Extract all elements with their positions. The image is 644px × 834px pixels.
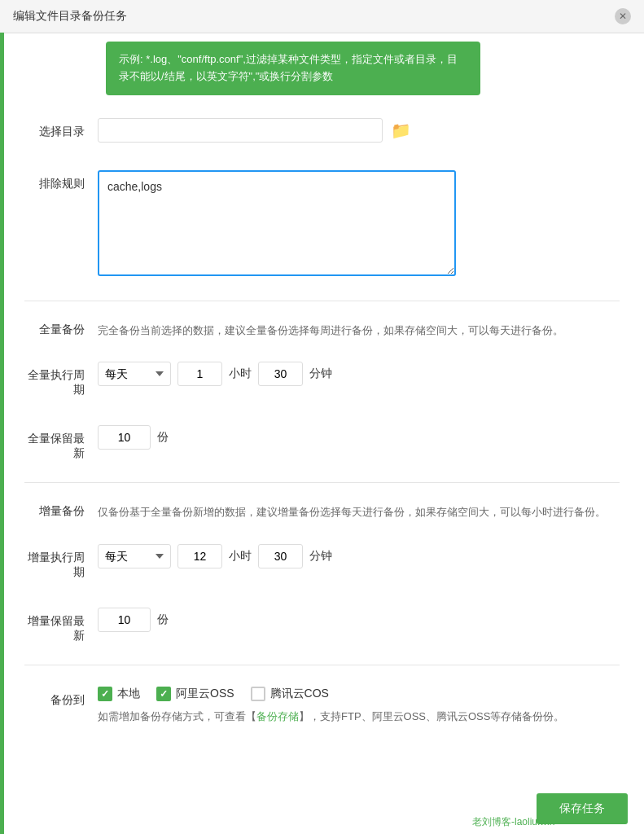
backup-dest-content: 本地 阿里云OSS 腾讯云COS 如需增加备份存储方式，可查看【备份存储】，支持… — [98, 687, 620, 726]
incremental-period-label: 增量执行周期 — [24, 544, 98, 580]
full-keep-unit: 份 — [157, 430, 169, 445]
incremental-hour-input[interactable] — [177, 544, 222, 568]
incremental-period-row: 增量执行周期 每天 每周 每月 小时 分钟 — [24, 538, 620, 586]
full-hour-input[interactable] — [177, 362, 222, 386]
incremental-backup-section: 增量备份 仅备份基于全量备份新增的数据，建议增量备份选择每天进行备份，如果存储空… — [24, 498, 620, 528]
select-dir-row: 选择目录 📁 — [24, 112, 620, 149]
backup-dest-options: 本地 阿里云OSS 腾讯云COS — [98, 687, 620, 701]
incremental-minute-unit: 分钟 — [309, 549, 332, 564]
backup-aliyun-checkbox[interactable] — [156, 687, 171, 701]
incremental-keep-label: 增量保留最新 — [24, 608, 98, 643]
incremental-keep-input[interactable] — [98, 608, 151, 632]
incremental-backup-label: 增量备份 — [24, 504, 98, 519]
window-title: 编辑文件目录备份任务 — [13, 9, 127, 24]
select-dir-label: 选择目录 — [24, 118, 98, 139]
folder-icon[interactable]: 📁 — [391, 121, 411, 140]
full-backup-label: 全量备份 — [24, 323, 98, 337]
backup-storage-link[interactable]: 备份存储 — [256, 710, 299, 722]
backup-tencent-checkbox[interactable] — [251, 687, 265, 701]
select-dir-content: 📁 — [98, 118, 620, 143]
incremental-minute-input[interactable] — [258, 544, 303, 568]
save-button[interactable]: 保存任务 — [537, 793, 628, 824]
full-hour-unit: 小时 — [229, 367, 252, 381]
incremental-keep-controls: 份 — [98, 608, 620, 632]
incremental-period-content: 每天 每周 每月 小时 分钟 — [98, 544, 620, 568]
full-period-controls: 每天 每周 每月 小时 分钟 — [98, 362, 620, 386]
backup-local-label: 本地 — [117, 687, 140, 701]
backup-local-item[interactable]: 本地 — [98, 687, 140, 701]
backup-local-checkbox[interactable] — [98, 687, 112, 701]
incremental-hour-unit: 小时 — [229, 549, 252, 564]
full-keep-label: 全量保留最新 — [24, 425, 98, 461]
incremental-period-select[interactable]: 每天 每周 每月 — [98, 544, 171, 568]
incremental-period-controls: 每天 每周 每月 小时 分钟 — [98, 544, 620, 568]
full-backup-desc: 完全备份当前选择的数据，建议全量备份选择每周进行备份，如果存储空间大，可以每天进… — [98, 323, 620, 340]
tooltip-box: 示例: *.log、"conf/ftp.conf",过滤掉某种文件类型，指定文件… — [106, 42, 480, 95]
backup-hint: 如需增加备份存储方式，可查看【备份存储】，支持FTP、阿里云OSS、腾讯云OSS… — [98, 708, 620, 726]
form-content: 示例: *.log、"conf/ftp.conf",过滤掉某种文件类型，指定文件… — [0, 42, 644, 771]
incremental-keep-content: 份 — [98, 608, 620, 632]
full-minute-unit: 分钟 — [309, 367, 332, 381]
backup-aliyun-label: 阿里云OSS — [176, 687, 234, 701]
full-keep-content: 份 — [98, 425, 620, 450]
divider-1 — [24, 301, 620, 301]
full-backup-section: 全量备份 完全备份当前选择的数据，建议全量备份选择每周进行备份，如果存储空间大，… — [24, 316, 620, 346]
backup-tencent-label: 腾讯云COS — [270, 687, 329, 701]
full-period-row: 全量执行周期 每天 每周 每月 小时 分钟 — [24, 355, 620, 404]
sidebar-accent — [0, 33, 4, 834]
incremental-keep-row: 增量保留最新 份 — [24, 601, 620, 650]
dir-input[interactable] — [98, 118, 383, 143]
full-period-label: 全量执行周期 — [24, 362, 98, 397]
incremental-backup-desc: 仅备份基于全量备份新增的数据，建议增量备份选择每天进行备份，如果存储空间大，可以… — [98, 504, 620, 521]
title-bar: 编辑文件目录备份任务 ✕ — [0, 0, 644, 33]
backup-dest-label: 备份到 — [24, 687, 98, 708]
full-keep-input[interactable] — [98, 425, 151, 450]
full-period-select[interactable]: 每天 每周 每月 — [98, 362, 171, 386]
exclude-rules-content: cache,logs — [98, 170, 620, 279]
main-window: 编辑文件目录备份任务 ✕ 示例: *.log、"conf/ftp.conf",过… — [0, 0, 644, 834]
full-period-content: 每天 每周 每月 小时 分钟 — [98, 362, 620, 386]
bottom-bar: 保存任务 — [0, 784, 644, 834]
full-minute-input[interactable] — [258, 362, 303, 386]
exclude-rules-label: 排除规则 — [24, 170, 98, 191]
full-keep-controls: 份 — [98, 425, 620, 450]
backup-tencent-item[interactable]: 腾讯云COS — [251, 687, 329, 701]
full-keep-row: 全量保留最新 份 — [24, 419, 620, 467]
close-icon: ✕ — [619, 11, 627, 22]
exclude-rules-row: 排除规则 cache,logs — [24, 164, 620, 286]
exclude-rules-textarea[interactable]: cache,logs — [98, 170, 456, 276]
backup-dest-row: 备份到 本地 阿里云OSS 腾讯云COS — [24, 680, 620, 732]
backup-aliyun-item[interactable]: 阿里云OSS — [156, 687, 234, 701]
divider-2 — [24, 482, 620, 483]
incremental-keep-unit: 份 — [157, 612, 169, 627]
tooltip-text: 示例: *.log、"conf/ftp.conf",过滤掉某种文件类型，指定文件… — [119, 53, 458, 82]
close-button[interactable]: ✕ — [615, 8, 631, 24]
divider-3 — [24, 665, 620, 665]
